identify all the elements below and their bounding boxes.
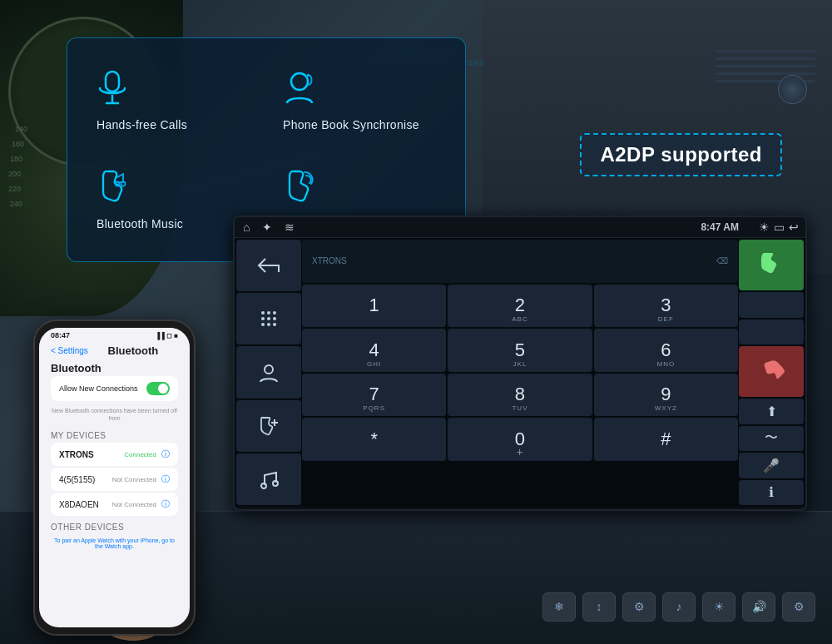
- dial-wave-icon[interactable]: 〜: [739, 426, 804, 452]
- dial-back-btn[interactable]: [236, 240, 301, 291]
- handsfree-label: Hands-free Calls: [97, 118, 187, 131]
- dial-call-green[interactable]: [739, 240, 804, 290]
- dial-7[interactable]: 7PQRS: [302, 374, 446, 417]
- dial-keypad-btn[interactable]: [236, 293, 301, 344]
- svg-point-18: [261, 483, 266, 488]
- phone-toggle-btn[interactable]: [146, 382, 170, 395]
- phone-time: 08:47: [51, 331, 70, 339]
- phone-nav-title: Bluetooth: [88, 344, 178, 357]
- phone-my-devices-header: MY DEVICES: [51, 426, 178, 443]
- svg-point-5: [121, 181, 126, 186]
- dial-5[interactable]: 5JKL: [448, 329, 592, 372]
- hu-screen-icon[interactable]: ▭: [774, 220, 785, 234]
- hu-delete-icon[interactable]: ⌫: [716, 256, 728, 265]
- hu-bluetooth-icon[interactable]: ✦: [262, 220, 272, 234]
- hu-brand-label: XTRONS: [312, 256, 347, 265]
- hu-wifi-icon[interactable]: ≋: [285, 220, 295, 234]
- phone-device-3[interactable]: X8DAOEN Not Connected ⓘ: [51, 493, 178, 516]
- dial-9[interactable]: 9WXYZ: [594, 374, 738, 417]
- phone-body: 08:47 ▐▐ ◻ ■ < Settings Bluetooth Blueto…: [33, 320, 196, 636]
- svg-point-3: [291, 73, 308, 90]
- dial-contacts-btn[interactable]: [236, 346, 301, 398]
- phone-other-devices: OTHER DEVICES: [39, 518, 190, 534]
- phone-my-devices: MY DEVICES XTRONS Connected ⓘ 4(5(5155) …: [39, 426, 190, 516]
- ctrl-btn-6[interactable]: 🔊: [742, 592, 775, 622]
- dial-4[interactable]: 4GHI: [302, 329, 446, 372]
- hu-icons-right: ☀ ▭ ↩: [759, 220, 799, 234]
- background: 140 160 180 200 220 240 www.automeedia.e…: [0, 0, 832, 644]
- dial-star[interactable]: *: [302, 418, 446, 461]
- phone-nav-bar: < Settings Bluetooth: [39, 341, 190, 360]
- ctrl-btn-2[interactable]: ↕: [582, 592, 616, 622]
- number-pad: XTRONS ⌫ 1 2ABC 3DEF 4GHI 5JKL 6MNO 7PQR…: [302, 240, 738, 505]
- a2dp-badge: A2DP supported: [580, 133, 782, 176]
- phone-other-devices-header: OTHER DEVICES: [51, 518, 178, 534]
- svg-point-8: [273, 311, 276, 315]
- svg-point-19: [273, 481, 278, 486]
- dial-empty-2: [739, 320, 804, 345]
- phone-allow-section: Allow New Connections: [39, 376, 190, 401]
- hu-brightness-icon[interactable]: ☀: [759, 220, 770, 234]
- hu-home-icon[interactable]: ⌂: [243, 220, 250, 234]
- dial-info-icon[interactable]: ℹ: [739, 480, 804, 506]
- svg-point-11: [273, 317, 276, 320]
- dial-up-icon[interactable]: ⬆: [739, 399, 804, 424]
- dial-2[interactable]: 2ABC: [448, 285, 592, 328]
- svg-point-9: [261, 317, 265, 320]
- dial-3[interactable]: 3DEF: [594, 285, 738, 328]
- phone-allow-note: New Bluetooth connections have been turn…: [39, 403, 190, 426]
- phone-allow-toggle-item: Allow New Connections: [51, 376, 178, 401]
- phone-device-2[interactable]: 4(5(5155) Not Connected ⓘ: [51, 468, 178, 491]
- dial-end-red[interactable]: [739, 346, 804, 397]
- phone-signal-icons: ▐▐ ◻ ■: [155, 332, 178, 339]
- dial-1[interactable]: 1: [302, 285, 446, 328]
- dial-6[interactable]: 6MNO: [594, 329, 738, 372]
- dial-music-btn[interactable]: [236, 453, 301, 505]
- phone-bluetooth-label: Bluetooth: [39, 360, 190, 376]
- head-unit-status-bar: ⌂ ✦ ≋ 8:47 AM ☀ ▭ ↩: [235, 217, 805, 238]
- dial-area: XTRONS ⌫ 1 2ABC 3DEF 4GHI 5JKL 6MNO 7PQR…: [235, 238, 805, 507]
- phonebook-icon: [283, 70, 316, 111]
- btmusic-icon: [97, 169, 131, 211]
- feature-item-phonebook: Phone Book Synchronise: [270, 55, 448, 146]
- svg-rect-0: [106, 72, 119, 92]
- microphone-icon: [97, 70, 128, 111]
- phone-back-btn[interactable]: < Settings: [51, 346, 88, 355]
- svg-point-7: [267, 311, 270, 315]
- head-unit-time: 8:47 AM: [701, 221, 739, 233]
- phone-container: 08:47 ▐▐ ◻ ■ < Settings Bluetooth Blueto…: [33, 320, 196, 602]
- ctrl-btn-1[interactable]: ❄: [542, 592, 576, 622]
- phone-pair-link[interactable]: To pair an Apple Watch with your iPhone,…: [39, 534, 190, 556]
- dial-empty-1: [739, 292, 804, 318]
- dial-hash[interactable]: #: [594, 418, 738, 461]
- svg-point-15: [265, 365, 273, 374]
- svg-point-12: [261, 323, 265, 326]
- vent-knob: [778, 75, 807, 104]
- phone-device-xtrons[interactable]: XTRONS Connected ⓘ: [51, 443, 178, 466]
- dial-mic-mute-icon[interactable]: 🎤: [739, 453, 804, 478]
- head-unit: ⌂ ✦ ≋ 8:47 AM ☀ ▭ ↩: [233, 215, 807, 511]
- phone-screen: 08:47 ▐▐ ◻ ■ < Settings Bluetooth Blueto…: [39, 328, 190, 627]
- hu-brand-bar: XTRONS ⌫: [302, 240, 738, 283]
- dial-0[interactable]: 0+: [448, 418, 592, 461]
- calllog-icon: [283, 169, 318, 211]
- ctrl-btn-3[interactable]: ⚙: [622, 592, 656, 622]
- bottom-controls: ❄ ↕ ⚙ ♪ ☀ 🔊 ⚙: [416, 577, 815, 636]
- feature-item-handsfree: Hands-free Calls: [84, 55, 262, 146]
- phone-status-bar: 08:47 ▐▐ ◻ ■: [39, 328, 190, 341]
- dial-left-sidebar: [236, 240, 301, 505]
- hu-back-icon[interactable]: ↩: [789, 220, 799, 234]
- ctrl-btn-7[interactable]: ⚙: [782, 592, 815, 622]
- svg-point-10: [267, 317, 270, 320]
- svg-point-14: [273, 323, 276, 326]
- ctrl-btn-4[interactable]: ♪: [662, 592, 696, 622]
- phonebook-label: Phone Book Synchronise: [283, 118, 419, 131]
- ctrl-btn-5[interactable]: ☀: [702, 592, 735, 622]
- btmusic-label: Bluetooth Music: [97, 217, 183, 230]
- svg-point-13: [267, 323, 270, 326]
- dial-right-sidebar: ⬆ 〜 🎤 ℹ: [739, 240, 804, 505]
- dial-addcall-btn[interactable]: [236, 400, 301, 452]
- svg-point-6: [261, 311, 265, 315]
- dial-8[interactable]: 8TUV: [448, 374, 592, 417]
